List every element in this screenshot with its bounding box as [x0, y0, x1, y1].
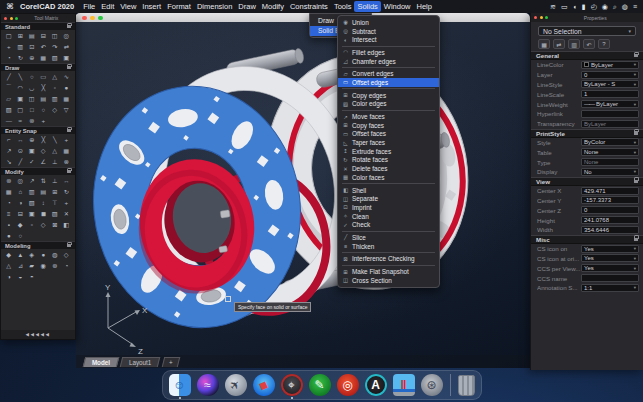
palette-pager[interactable]: ◀◀◀◀◀	[1, 330, 75, 339]
tool-icon[interactable]: ◈	[26, 249, 38, 260]
tool-icon[interactable]: ▲	[15, 249, 27, 260]
property-value-center-z[interactable]: 0	[581, 206, 639, 214]
minimize-button[interactable]	[540, 16, 543, 19]
tool-icon[interactable]: ↘	[3, 156, 15, 167]
tool-icon[interactable]: ╳	[38, 82, 50, 93]
tool-icon[interactable]: ⊕	[26, 52, 38, 63]
tool-icon[interactable]: ✓	[26, 156, 38, 167]
property-value-hyperlink[interactable]	[581, 110, 639, 118]
tool-icon[interactable]: ◫	[26, 93, 38, 104]
tool-icon[interactable]: ↗	[3, 145, 15, 156]
tool-icon[interactable]: ◎	[15, 175, 27, 186]
tool-icon[interactable]: ◒	[15, 271, 27, 282]
menu-item-make-flat-snapshot[interactable]: ⊞Make Flat Snapshot	[338, 267, 439, 276]
tool-icon[interactable]: ▣	[15, 93, 27, 104]
close-button[interactable]	[4, 17, 7, 20]
property-section-general[interactable]: General	[531, 51, 643, 60]
tool-icon[interactable]: ○	[26, 71, 38, 82]
tool-icon[interactable]: ▤	[26, 30, 38, 41]
menu-item-shell[interactable]: ◧Shell	[338, 186, 439, 195]
tool-icon[interactable]: ╲	[15, 71, 27, 82]
tool-icon[interactable]: ◍	[49, 249, 61, 260]
menu-item-color-faces[interactable]: ▦Color faces	[338, 173, 439, 182]
tool-icon[interactable]: ◇	[38, 145, 50, 156]
menu-item-delete-faces[interactable]: ✕Delete faces	[338, 164, 439, 173]
tool-icon[interactable]: ⌐	[3, 134, 15, 145]
tool-icon[interactable]: ⊤	[49, 197, 61, 208]
property-section-misc[interactable]: Misc	[531, 235, 643, 244]
tool-icon[interactable]: ▧	[26, 197, 38, 208]
battery-icon[interactable]: ▮	[582, 3, 586, 11]
tool-icon[interactable]: ⊗	[61, 156, 73, 167]
tool-icon[interactable]: ∿	[61, 71, 73, 82]
tool-icon[interactable]: ↶	[38, 41, 50, 52]
tool-icon[interactable]: ⊞	[49, 186, 61, 197]
tool-icon[interactable]: ◑	[3, 271, 15, 282]
tool-icon[interactable]: ↔	[15, 134, 27, 145]
siri-icon[interactable]: ◍	[622, 3, 628, 11]
minimize-button[interactable]	[10, 17, 13, 20]
tool-icon[interactable]: ↔	[61, 175, 73, 186]
match-properties-icon[interactable]: ▦	[538, 39, 550, 49]
zoom-button[interactable]	[15, 17, 18, 20]
menu-modify[interactable]: Modify	[259, 1, 287, 12]
tool-icon[interactable]: +	[61, 197, 73, 208]
tab-model[interactable]: Model	[83, 357, 120, 367]
property-value-ccs-name[interactable]	[581, 274, 639, 282]
tool-icon[interactable]: ◆	[3, 249, 15, 260]
tool-icon[interactable]: ◼	[38, 208, 50, 219]
menu-window[interactable]: Window	[381, 1, 414, 12]
menu-item-interference-checking[interactable]: ⊠Interference Checking	[338, 255, 439, 264]
dock-item-display-app[interactable]: ‖	[393, 374, 415, 396]
dock-item-photo-app[interactable]: ◎	[337, 374, 359, 396]
tool-icon[interactable]: ◡	[26, 82, 38, 93]
tool-icon[interactable]: ▣	[26, 208, 38, 219]
apple-logo-icon[interactable]: ⌘	[6, 2, 14, 11]
tool-icon[interactable]: ≈	[15, 115, 27, 126]
selection-combo[interactable]: No Selection ▾	[538, 26, 636, 36]
dock-item-safari[interactable]: ◆	[253, 374, 275, 396]
tool-icon[interactable]: ⊕	[26, 134, 38, 145]
help-icon[interactable]: ?	[598, 39, 610, 49]
menu-item-fillet-edges[interactable]: ◠Fillet edges	[338, 48, 439, 57]
tool-icon[interactable]: ⊿	[15, 260, 27, 271]
add-layout-tab[interactable]: +	[161, 357, 179, 367]
tool-icon[interactable]: ⊠	[49, 219, 61, 230]
menu-file[interactable]: File	[80, 1, 98, 12]
menu-draw[interactable]: Draw	[235, 1, 259, 12]
property-section-view[interactable]: View	[531, 177, 643, 186]
tool-icon[interactable]: ◇	[38, 219, 50, 230]
tool-icon[interactable]: ▫	[26, 219, 38, 230]
tool-icon[interactable]: ↷	[49, 41, 61, 52]
tool-icon[interactable]: ▥	[15, 41, 27, 52]
menu-item-union[interactable]: ◉Union	[338, 18, 439, 27]
wifi-icon[interactable]: ≋	[550, 3, 556, 11]
search-icon[interactable]: ⌕	[613, 3, 617, 11]
tool-icon[interactable]: ▣	[26, 145, 38, 156]
tool-icon[interactable]: ╲	[49, 134, 61, 145]
property-value-height[interactable]: 241.0768	[581, 216, 639, 224]
menu-item-intersect[interactable]: ◐Intersect	[338, 35, 439, 44]
tool-icon[interactable]: ▣	[61, 52, 73, 63]
tool-icon[interactable]: ▦	[61, 145, 73, 156]
property-value-linescale[interactable]: 1	[581, 90, 639, 98]
property-section-printstyle[interactable]: PrintStyle	[531, 129, 643, 138]
section-header-modify[interactable]: Modify	[1, 167, 75, 175]
tool-icon[interactable]: ⇄	[61, 41, 73, 52]
tool-icon[interactable]: ▦	[3, 186, 15, 197]
menu-item-check[interactable]: ✓Check	[338, 220, 439, 229]
tool-icon[interactable]: ◇	[61, 249, 73, 260]
menu-item-taper-faces[interactable]: ◺Taper faces	[338, 138, 439, 147]
tool-icon[interactable]: ◦	[49, 82, 61, 93]
property-value-linecolor[interactable]: ByLayer▾	[581, 61, 639, 69]
tool-icon[interactable]: ◔	[3, 197, 15, 208]
dock-item-pencil-app[interactable]: ✎	[309, 374, 331, 396]
tool-icon[interactable]: ⊞	[15, 30, 27, 41]
tool-icon[interactable]: ≡	[3, 208, 15, 219]
tool-icon[interactable]: ▨	[49, 208, 61, 219]
menu-item-offset-faces[interactable]: ▭Offset faces	[338, 130, 439, 139]
table-icon[interactable]: ▥	[568, 39, 580, 49]
menu-item-chamfer-edges[interactable]: ◿Chamfer edges	[338, 57, 439, 66]
tool-icon[interactable]: ✕	[61, 208, 73, 219]
dock-item-siri[interactable]: ≈	[197, 374, 219, 396]
